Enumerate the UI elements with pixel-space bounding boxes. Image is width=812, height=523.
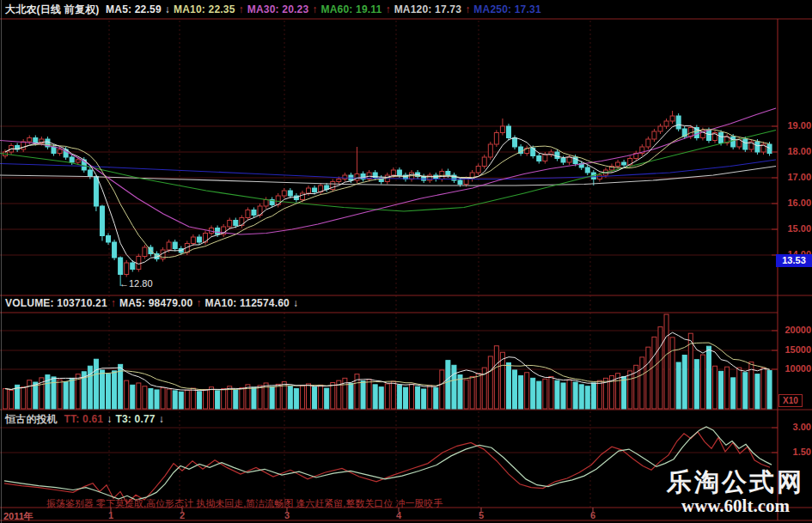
legend-item: MA10: 112574.60 — [205, 297, 290, 309]
down-arrow-icon: ↓ — [159, 413, 164, 425]
indicator-header: 恒古的投机 TT: 0.61↓T3: 0.77↓ — [5, 412, 171, 427]
up-arrow-icon: ↑ — [196, 297, 201, 309]
timeline-year-label[interactable]: 2011年 — [3, 510, 34, 523]
legend-item: MA10: 22.35 — [174, 3, 235, 15]
watermark-site-name: 乐淘公式网 — [662, 467, 809, 496]
trading-app-window: 大北农(日线 前复权) MA5: 22.59↓MA10: 22.35↑MA30:… — [0, 0, 812, 523]
timeline-month-label[interactable]: 2 — [180, 510, 185, 520]
legend-item: TT: 0.61 — [64, 413, 104, 425]
timeline-month-label[interactable]: 4 — [396, 510, 401, 520]
main-chart-header: 大北农(日线 前复权) MA5: 22.59↓MA10: 22.35↑MA30:… — [5, 3, 548, 17]
up-arrow-icon: ↑ — [465, 3, 470, 15]
volume-scale-badge: X10 — [778, 394, 803, 407]
legend-item: MA60: 19.11 — [321, 3, 382, 15]
watermark: 乐淘公式网 www.60lt.com — [662, 467, 809, 515]
legend-item: MA5: 98479.00 — [119, 297, 192, 309]
chart-canvas[interactable] — [0, 0, 812, 523]
down-arrow-icon: ↓ — [107, 413, 112, 425]
axis-tick-label: 17.00 — [779, 172, 811, 182]
watermark-site-url: www.60lt.com — [662, 496, 809, 515]
low-price-annotation: ←12.80 — [119, 278, 153, 289]
timeline-month-label[interactable]: 3 — [284, 510, 290, 520]
axis-tick-label: 20000 — [779, 325, 811, 335]
timeline-month-label[interactable]: 1 — [108, 510, 113, 520]
up-arrow-icon: ↑ — [111, 297, 116, 309]
legend-item: MA250: 17.31 — [473, 3, 540, 15]
indicator-name: 恒古的投机 — [5, 413, 58, 425]
volume-header: VOLUME: 103710.21↑MA5: 98479.00↑MA10: 11… — [5, 297, 302, 309]
up-arrow-icon: ↑ — [239, 3, 244, 15]
axis-tick-label: 18.00 — [779, 146, 811, 156]
timeline-month-label[interactable]: 5 — [479, 510, 484, 520]
legend-item: T3: 0.77 — [115, 413, 155, 425]
axis-tick-label: 1.50 — [779, 447, 811, 457]
ma-legend: MA5: 22.59↓MA10: 22.35↑MA30: 20.23↑MA60:… — [106, 3, 545, 15]
axis-tick-label: 19.00 — [779, 120, 811, 131]
legend-item: MA120: 17.73 — [394, 3, 461, 15]
formula-status-text: 振荡鉴别器 零下莫提取,高位形态计 执拗未回走,简洁流畅图 逢六赶紧留,整数关口… — [46, 497, 443, 510]
current-price-badge: 13.53 — [776, 254, 812, 267]
legend-item: MA5: 22.59 — [106, 3, 162, 15]
axis-tick-label: 16.00 — [779, 198, 811, 208]
window-left-border — [1, 0, 2, 523]
axis-tick-label: 15000 — [779, 344, 811, 355]
indicator-values: TT: 0.61↓T3: 0.77↓ — [64, 413, 168, 425]
legend-item: VOLUME: 103710.21 — [5, 297, 107, 309]
axis-tick-label: 3.00 — [779, 422, 811, 432]
up-arrow-icon: ↑ — [385, 3, 390, 15]
legend-item: MA30: 20.23 — [247, 3, 309, 15]
up-arrow-icon: ↑ — [312, 3, 317, 15]
down-arrow-icon: ↓ — [165, 3, 170, 15]
axis-tick-label: 10000 — [779, 363, 811, 374]
down-arrow-icon: ↓ — [293, 297, 298, 309]
stock-title: 大北农(日线 前复权) — [5, 3, 100, 15]
axis-tick-label: 15.00 — [779, 223, 811, 234]
timeline-month-label[interactable]: 6 — [590, 510, 595, 520]
